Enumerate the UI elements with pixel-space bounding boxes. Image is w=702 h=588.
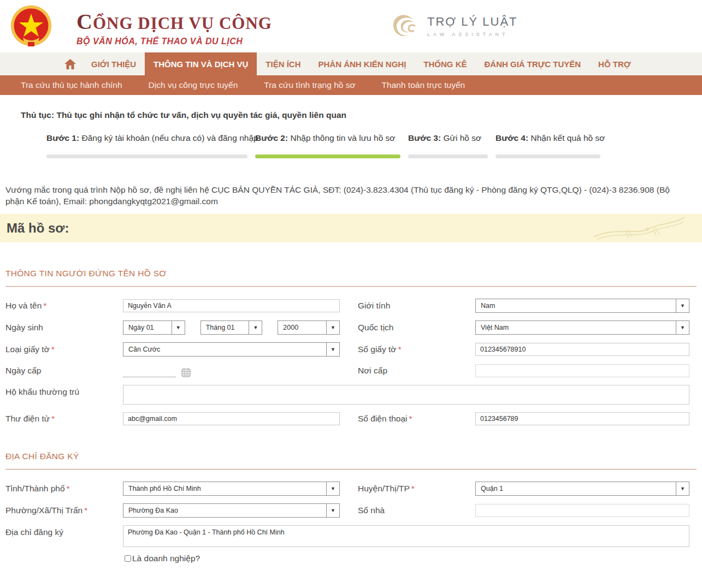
dossier-code-label: Mã hồ sơ: (7, 221, 69, 236)
page-header: CỔNG DỊCH VỤ CÔNG BỘ VĂN HÓA, THỂ THAO V… (0, 0, 702, 52)
chevron-down-icon[interactable]: ▼ (326, 482, 339, 495)
address-section-divider (5, 469, 697, 470)
step-4-progress-bar (495, 155, 600, 158)
owner-form: Họ và tên* Giới tính Nam ▼ Ngày sinh Ngà… (5, 299, 702, 425)
portal-brand: CỔNG DỊCH VỤ CÔNG BỘ VĂN HÓA, THỂ THAO V… (76, 9, 272, 46)
step-3-text: Gửi hồ sơ (443, 133, 481, 142)
step-indicator: Bước 1: Đăng ký tài khoản (nếu chưa có) … (46, 133, 702, 158)
subnav-tra-cuu-tinh-trang[interactable]: Tra cứu tình trạng hồ sơ (264, 80, 355, 90)
law-assistant-swirl-icon (389, 10, 421, 41)
step-4-label: Bước 4: (495, 133, 528, 142)
partner-title: TRỢ LÝ LUẬT (427, 15, 518, 29)
step-3-label: Bước 3: (408, 133, 441, 142)
step-3-progress-bar (408, 155, 488, 158)
nav-ho-tro[interactable]: HỖ TRỢ (589, 52, 639, 75)
chevron-down-icon[interactable]: ▼ (326, 343, 339, 356)
step-2-progress-bar (255, 155, 400, 158)
sub-nav: Tra cứu thủ tục hành chính Dịch vụ công … (0, 75, 702, 95)
phuong-label: Phường/Xã/Thị Trấn* (5, 506, 123, 515)
dossier-code-bar: Mã hồ sơ: (0, 214, 702, 242)
step-4-text: Nhận kết quả hồ sơ (530, 133, 605, 142)
procedure-title: Thủ tục: Thủ tục ghi nhận tổ chức tư vấn… (21, 110, 702, 120)
partner-logo: TRỢ LÝ LUẬT LAW ASSISTANT (389, 10, 518, 41)
main-nav: GIỚI THIỆU THÔNG TIN VÀ DỊCH VỤ TIỆN ÍCH… (0, 52, 702, 75)
ngay-sinh-month-select[interactable]: Tháng 01 ▼ (200, 320, 263, 335)
step-1-progress-bar (46, 155, 247, 158)
ngay-sinh-year-select[interactable]: 2000 ▼ (278, 320, 340, 335)
gioi-tinh-select[interactable]: Nam ▼ (475, 299, 689, 313)
so-nha-input[interactable] (475, 504, 689, 517)
step-2-text: Nhập thông tin và lưu hồ sơ (290, 133, 395, 142)
quoc-tich-select[interactable]: Việt Nam ▼ (475, 320, 689, 335)
step-2: Bước 2: Nhập thông tin và lưu hồ sơ (255, 133, 400, 158)
ho-khau-textarea[interactable] (123, 385, 689, 405)
step-3: Bước 3: Gửi hồ sơ (408, 133, 488, 158)
chevron-down-icon[interactable]: ▼ (172, 321, 185, 334)
nav-danh-gia-truc-tuyen[interactable]: ĐÁNH GIÁ TRỰC TUYẾN (476, 52, 590, 75)
dragon-ornament-decoration (593, 216, 686, 241)
huyen-label: Huyện/Thị/TP* (358, 484, 475, 494)
ho-ten-input[interactable] (123, 299, 340, 312)
loai-giay-to-label: Loại giấy tờ* (5, 345, 123, 354)
thu-dien-tu-input[interactable] (123, 412, 340, 425)
so-giay-to-input[interactable] (475, 343, 689, 356)
step-1: Bước 1: Đăng ký tài khoản (nếu chưa có) … (46, 133, 247, 158)
chevron-down-icon[interactable]: ▼ (676, 299, 689, 312)
chevron-down-icon[interactable]: ▼ (676, 321, 689, 334)
portal-subtitle: BỘ VĂN HÓA, THỂ THAO VÀ DU LỊCH (76, 37, 272, 46)
vietnam-emblem-logo (10, 4, 52, 49)
nav-gioi-thieu[interactable]: GIỚI THIỆU (82, 52, 145, 75)
portal-title: CỔNG DỊCH VỤ CÔNG (76, 9, 272, 34)
contact-notice: Vướng mắc trong quá trình Nộp hồ sơ, đề … (5, 184, 683, 207)
thu-dien-tu-label: Thư điện tử* (5, 414, 123, 424)
chevron-down-icon[interactable]: ▼ (676, 482, 689, 495)
chevron-down-icon[interactable]: ▼ (326, 504, 339, 517)
subnav-tra-cuu-thu-tuc[interactable]: Tra cứu thủ tục hành chính (21, 80, 122, 90)
nav-thong-ke[interactable]: THỐNG KÊ (415, 52, 475, 75)
owner-section-title: THÔNG TIN NGƯỜI ĐỨNG TÊN HỒ SƠ (5, 269, 702, 278)
dia-chi-label: Địa chỉ đăng ký (5, 525, 123, 537)
huyen-select[interactable]: Quận 1 ▼ (475, 482, 689, 496)
ho-khau-label: Hộ khẩu thường trú (5, 385, 123, 397)
quoc-tich-label: Quốc tịch (358, 323, 475, 332)
subnav-thanh-toan[interactable]: Thanh toán trực tuyến (382, 80, 465, 90)
nav-phan-anh-kien-nghi[interactable]: PHẢN ÁNH KIẾN NGHỊ (309, 52, 415, 75)
ngay-cap-field (123, 364, 340, 377)
so-dien-thoai-input[interactable] (475, 412, 689, 425)
nav-thong-tin-va-dich-vu[interactable]: THÔNG TIN VÀ DỊCH VỤ (145, 52, 257, 75)
step-1-label: Bước 1: (46, 133, 79, 142)
step-1-text: Đăng ký tài khoản (nếu chưa có) và đăng … (81, 133, 258, 142)
ho-ten-label: Họ và tên* (5, 301, 123, 311)
so-giay-to-label: Số giấy tờ* (358, 345, 475, 354)
chevron-down-icon[interactable]: ▼ (249, 321, 262, 334)
address-section-title: ĐỊA CHỈ ĐĂNG KÝ (5, 452, 702, 461)
so-dien-thoai-label: Số điện thoại* (358, 414, 475, 424)
ngay-sinh-group: Ngày 01 ▼ Tháng 01 ▼ 2000 ▼ (123, 320, 340, 335)
so-nha-label: Số nhà (358, 506, 475, 515)
noi-cap-input[interactable] (475, 364, 689, 377)
address-form: Tỉnh/Thành phố* Thành phố Hồ Chí Minh ▼ … (5, 482, 702, 547)
subnav-dich-vu-cong[interactable]: Dịch vụ công trực tuyến (149, 80, 238, 90)
chevron-down-icon[interactable]: ▼ (326, 321, 339, 334)
tinh-label: Tỉnh/Thành phố* (5, 484, 123, 494)
enterprise-checkbox-row: Là doanh nghiệp? (125, 554, 702, 563)
ngay-sinh-day-select[interactable]: Ngày 01 ▼ (123, 320, 185, 335)
ngay-sinh-label: Ngày sinh (5, 323, 123, 332)
partner-subtitle: LAW ASSISTANT (427, 32, 518, 37)
loai-giay-to-select[interactable]: Căn Cước ▼ (123, 342, 340, 357)
nav-home[interactable] (58, 52, 82, 75)
ngay-cap-input[interactable] (123, 366, 176, 377)
la-doanh-nghiep-checkbox[interactable] (125, 555, 131, 562)
home-icon (64, 59, 76, 69)
dia-chi-textarea[interactable]: Phường Đa Kao - Quận 1 - Thành phố Hồ Ch… (123, 525, 689, 547)
ngay-cap-label: Ngày cấp (5, 366, 123, 376)
step-2-label: Bước 2: (255, 133, 288, 142)
owner-section-divider (5, 286, 697, 287)
la-doanh-nghiep-label: Là doanh nghiệp? (132, 554, 200, 563)
tinh-select[interactable]: Thành phố Hồ Chí Minh ▼ (123, 482, 340, 496)
nav-tien-ich[interactable]: TIỆN ÍCH (257, 52, 309, 75)
noi-cap-label: Nơi cấp (358, 366, 475, 376)
calendar-icon[interactable] (181, 368, 191, 377)
step-4: Bước 4: Nhận kết quả hồ sơ (495, 133, 600, 158)
phuong-select[interactable]: Phường Đa Kao ▼ (123, 503, 340, 518)
